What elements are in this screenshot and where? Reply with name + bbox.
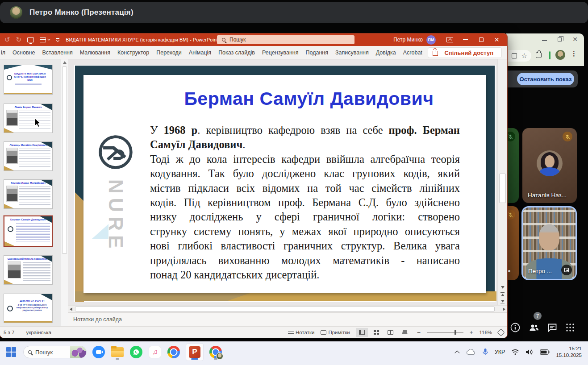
slideshow-icon[interactable] xyxy=(27,37,34,42)
browser-restore-button[interactable] xyxy=(558,37,562,41)
taskbar-powerpoint-active[interactable]: P xyxy=(186,343,204,361)
zoom-out-button[interactable]: − xyxy=(417,329,421,336)
scroll-down-arrow[interactable] xyxy=(501,286,505,289)
participant-name-fragment xyxy=(508,270,510,272)
ribbon-tab[interactable]: Подання xyxy=(302,50,332,56)
tray-date: 15.10.2025 xyxy=(556,352,582,359)
slide-thumbnail-2[interactable]: Левін Борис Якович xyxy=(4,104,53,133)
ribbon-tab[interactable]: Рецензування xyxy=(259,50,302,56)
scroll-right-arrow[interactable] xyxy=(503,307,505,311)
participant-tile-petro[interactable]: Петро ... xyxy=(521,206,577,280)
bookmark-star-icon[interactable]: ☆ xyxy=(521,52,527,60)
meet-header: Петро Минко (Презентація) xyxy=(0,2,588,23)
onedrive-icon[interactable] xyxy=(466,349,476,355)
browser-minimize-button[interactable] xyxy=(542,40,547,41)
next-slide-button[interactable] xyxy=(500,300,505,304)
scrollbar-thumb[interactable] xyxy=(499,174,506,203)
redo-icon[interactable]: ↻ xyxy=(16,36,22,44)
zoom-level[interactable]: 116% xyxy=(479,330,492,335)
comments-toggle-button[interactable]: Примітки xyxy=(321,330,350,335)
participant-tile-natalia[interactable]: Наталія Наз... xyxy=(522,128,577,203)
tray-expand-icon[interactable] xyxy=(455,350,459,355)
reading-view-button[interactable] xyxy=(385,328,396,337)
ribbon-tab[interactable]: Малювання xyxy=(76,50,114,56)
tray-language-indicator[interactable]: УКР xyxy=(495,349,505,355)
meet-actions-bar: 7 xyxy=(507,318,583,338)
slide-sorter-button[interactable] xyxy=(371,328,382,337)
microphone-tray-icon[interactable] xyxy=(482,348,488,356)
slide-thumbnail-6[interactable]: Сарнавський Микола Гаврилович xyxy=(4,255,53,285)
slideshow-view-button[interactable] xyxy=(399,328,411,337)
close-button[interactable]: ✕ xyxy=(489,33,505,46)
maximize-button[interactable] xyxy=(473,33,489,46)
zoom-slider[interactable] xyxy=(427,332,463,333)
nure-logo xyxy=(97,134,134,170)
view-grid-icon[interactable] xyxy=(40,37,46,42)
scroll-left-arrow[interactable] xyxy=(70,307,72,311)
slide-canvas: NURE Берман Самуїл Давидович У 1968 р. к… xyxy=(68,59,497,305)
account-avatar[interactable]: ПМ xyxy=(426,35,436,45)
taskbar-search[interactable]: Пошук xyxy=(23,346,87,358)
people-button[interactable] xyxy=(529,322,539,335)
battery-icon[interactable] xyxy=(540,349,550,355)
ribbon-tab[interactable]: Вставлення xyxy=(38,50,76,56)
slide-thumbnail-3[interactable]: Лівшиць Михайло Самуїлович xyxy=(4,141,53,171)
slide-counter[interactable]: 5 з 7 xyxy=(4,330,14,335)
ribbon-tab[interactable]: Конструктор xyxy=(114,50,153,56)
taskbar-file-explorer[interactable] xyxy=(111,344,124,360)
ribbon-tab[interactable]: Записування xyxy=(332,50,372,56)
taskbar-whatsapp[interactable] xyxy=(129,344,143,360)
start-button[interactable] xyxy=(4,344,18,360)
wifi-icon[interactable] xyxy=(511,349,519,355)
mouse-cursor xyxy=(34,118,42,129)
apps-grid-button[interactable] xyxy=(565,322,575,335)
taskbar-itunes[interactable]: ♫ xyxy=(148,344,162,360)
ribbon-tab[interactable]: іл xyxy=(0,50,9,56)
ribbon-tab[interactable]: Основне xyxy=(9,50,38,56)
slide-thumbnail-1[interactable]: ВИДАТНІ МАТЕМАТИКИ ХНУРЕ (історія кафедр… xyxy=(4,65,53,95)
zoom-in-button[interactable]: + xyxy=(470,329,473,336)
taskbar-zoom-app[interactable] xyxy=(92,344,105,360)
notes-input[interactable]: Нотатки до слайда xyxy=(68,312,507,326)
spell-language-indicator[interactable]: українська xyxy=(26,330,51,335)
ribbon-tab[interactable]: Acrobat xyxy=(400,50,426,56)
browser-menu-icon[interactable]: ⋮ xyxy=(571,50,577,58)
browser-close-button[interactable]: ✕ xyxy=(572,37,578,41)
ribbon-tab[interactable]: Довідка xyxy=(372,50,400,56)
slide-thumbnail-4[interactable]: Глускін Лазар Матвійович xyxy=(4,179,53,209)
ppt-search-box[interactable]: Пошук xyxy=(217,35,354,44)
qat-more-icon[interactable] xyxy=(56,38,59,41)
slide-thumbnail-5-selected[interactable]: Берман Самуїл Давидович xyxy=(4,216,53,247)
ribbon-display-options-icon[interactable] xyxy=(442,33,458,46)
taskbar-clock[interactable]: 15:21 15.10.2025 xyxy=(556,345,582,359)
extensions-puzzle-icon[interactable] xyxy=(536,52,542,58)
horizontal-scrollbar[interactable] xyxy=(68,305,507,312)
picture-in-picture-icon[interactable] xyxy=(561,265,572,275)
notes-toggle-button[interactable]: Нотатки xyxy=(288,330,314,335)
vertical-scrollbar[interactable] xyxy=(497,59,507,305)
share-button[interactable]: Спільний доступ xyxy=(428,47,502,58)
browser-translate-icon[interactable] xyxy=(512,53,517,58)
ribbon-tab[interactable]: Показ слайдів xyxy=(215,50,259,56)
account-name[interactable]: Петр Минко xyxy=(393,37,423,43)
normal-view-button[interactable] xyxy=(356,328,368,337)
taskbar-chrome[interactable] xyxy=(167,344,180,360)
ribbon-tab[interactable]: Анімація xyxy=(185,50,215,56)
participant-name: Наталія Наз... xyxy=(528,192,567,199)
scrollbar-thumb[interactable] xyxy=(75,307,495,311)
volume-icon[interactable] xyxy=(525,349,534,355)
stop-share-button[interactable]: Остановить показ xyxy=(517,73,574,85)
participant-name: Петро ... xyxy=(528,268,552,274)
scroll-up-arrow[interactable] xyxy=(63,61,67,64)
taskbar-chrome-profile[interactable] xyxy=(209,344,222,360)
browser-profile-avatar[interactable] xyxy=(555,50,565,60)
fit-slide-button[interactable] xyxy=(497,328,505,336)
ribbon-tab[interactable]: Переходи xyxy=(153,50,185,56)
previous-slide-button[interactable] xyxy=(500,292,505,296)
slide-thumbnail-7[interactable]: ДЯКУЮ ЗА УВАГУ! З 95-РІЧЧЯМ Харківського… xyxy=(4,294,53,323)
thumbnails-scrollbar[interactable] xyxy=(61,59,68,326)
info-button[interactable] xyxy=(510,322,521,335)
undo-icon[interactable]: ↺ xyxy=(4,36,10,44)
chat-button[interactable] xyxy=(547,322,558,335)
minimize-button[interactable] xyxy=(458,33,473,46)
